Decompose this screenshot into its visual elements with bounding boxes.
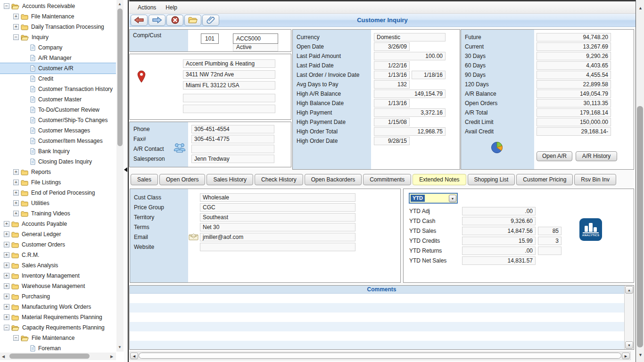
high-a-r-balance-field[interactable]: 149,154.79 bbox=[374, 90, 446, 98]
scroll-left-icon[interactable]: ◀ bbox=[2, 354, 5, 359]
ytd-returns-count-field[interactable] bbox=[538, 247, 561, 255]
scroll-down-icon[interactable]: ▼ bbox=[625, 341, 633, 349]
contacts-icon[interactable] bbox=[173, 142, 186, 153]
tree-item-training-videos[interactable]: +Training Videos bbox=[0, 208, 116, 219]
open-ar-button[interactable]: Open A/R bbox=[537, 151, 572, 161]
tree-item-inventory-management[interactable]: +Inventory Management bbox=[0, 271, 116, 281]
tree-item-warehouse-management[interactable]: +Warehouse Management bbox=[0, 281, 116, 291]
price-group-field[interactable]: CGC bbox=[200, 203, 355, 212]
high-order-date-field[interactable]: 9/28/15 bbox=[374, 137, 410, 145]
current-field[interactable]: 13,267.69 bbox=[537, 42, 611, 51]
tree-item-bank-inquiry[interactable]: Bank Inquiry bbox=[0, 146, 116, 156]
ytd-net-sales-field[interactable]: 14,831.57 bbox=[462, 256, 536, 265]
tree-item-manufacturing-work-orders[interactable]: +Manufacturing Work Orders bbox=[0, 302, 116, 312]
last-paid-date-field[interactable]: 1/22/16 bbox=[374, 61, 410, 70]
main-hscrollbar-thumb[interactable] bbox=[139, 353, 621, 359]
tree-item-capacity-requirements-planning[interactable]: −Capacity Requirements Planning bbox=[0, 322, 116, 333]
tree-item-customer-messages[interactable]: Customer Messages bbox=[0, 125, 116, 136]
ytd-sales-count-field[interactable]: 85 bbox=[538, 227, 561, 235]
tree-vertical-scrollbar[interactable]: ▲ ▼ bbox=[116, 0, 124, 352]
120-days-field[interactable]: 22,899.58 bbox=[537, 80, 611, 89]
expand-icon[interactable]: + bbox=[13, 14, 19, 19]
territory-field[interactable]: Southeast bbox=[200, 213, 355, 222]
high-payment-date-field[interactable]: 1/15/08 bbox=[374, 118, 410, 126]
fax-field[interactable]: 305-451-4775 bbox=[191, 135, 274, 143]
open-orders-field[interactable]: 30,113.35 bbox=[537, 99, 611, 107]
pie-chart-icon[interactable] bbox=[490, 141, 504, 154]
comments-row[interactable] bbox=[130, 331, 624, 341]
90-days-field[interactable]: 4,455.54 bbox=[537, 71, 611, 79]
currency-field[interactable]: Domestic bbox=[374, 33, 446, 41]
scroll-up-icon[interactable]: ▲ bbox=[118, 2, 122, 7]
address-line-field[interactable]: 3411 NW 72nd Ave bbox=[183, 70, 275, 79]
analytics-icon[interactable]: ANALYTICS bbox=[579, 218, 602, 241]
tree-item-utilities[interactable]: +Utilities bbox=[0, 198, 116, 208]
tree-item-a-r-manager[interactable]: A/R Manager bbox=[0, 53, 116, 63]
tab-extended-notes[interactable]: Extended Notes bbox=[413, 174, 466, 185]
tree-item-general-ledger[interactable]: +General Ledger bbox=[0, 229, 116, 239]
tab-check-history[interactable]: Check History bbox=[255, 174, 303, 185]
address-line-field[interactable]: Miami FL 33122 USA bbox=[183, 81, 275, 90]
window-vertical-scrollbar[interactable]: ▲ ▼ bbox=[636, 0, 644, 362]
collapse-icon[interactable]: − bbox=[13, 34, 19, 40]
customer-number-field[interactable]: ACC5000 bbox=[233, 33, 278, 44]
expand-icon[interactable]: + bbox=[4, 273, 9, 279]
scroll-up-icon[interactable]: ▲ bbox=[638, 6, 643, 10]
expand-icon[interactable]: + bbox=[4, 242, 9, 247]
tree-item-file-maintenance[interactable]: +File Maintenance bbox=[0, 11, 116, 22]
tree-item-file-listings[interactable]: +File Listings bbox=[0, 177, 116, 188]
collapse-panel-icon[interactable] bbox=[124, 167, 127, 172]
email-icon[interactable] bbox=[189, 233, 198, 240]
tree-item-customer-orders[interactable]: +Customer Orders bbox=[0, 239, 116, 250]
cust-class-field[interactable]: Wholesale bbox=[200, 193, 355, 202]
expand-icon[interactable]: + bbox=[4, 263, 9, 268]
comments-row[interactable] bbox=[130, 303, 624, 313]
expand-icon[interactable]: + bbox=[4, 304, 9, 310]
location-pin-icon[interactable] bbox=[137, 70, 146, 83]
forward-button[interactable] bbox=[149, 15, 165, 26]
future-field[interactable]: 94,748.20 bbox=[537, 33, 611, 41]
expand-icon[interactable]: + bbox=[4, 231, 9, 237]
tree-item-customer-master[interactable]: Customer Master bbox=[0, 94, 116, 105]
last-order-invoice-date-field[interactable]: 1/13/16 bbox=[374, 71, 410, 79]
tab-sales-history[interactable]: Sales History bbox=[206, 174, 253, 185]
ar-history-button[interactable]: A/R History bbox=[576, 151, 617, 161]
ytd-adj-field[interactable]: .00 bbox=[462, 207, 536, 215]
tab-shopping-list[interactable]: Shopping List bbox=[468, 174, 515, 185]
tab-open-backorders[interactable]: Open Backorders bbox=[305, 174, 362, 185]
collapse-icon[interactable]: − bbox=[4, 325, 9, 330]
salesperson-field[interactable]: Jenn Tredway bbox=[191, 155, 274, 163]
website-field[interactable] bbox=[200, 243, 355, 251]
a-r-total-field[interactable]: 179,168.14 bbox=[537, 108, 611, 117]
scroll-left-icon[interactable]: ◀ bbox=[130, 353, 138, 359]
expand-icon[interactable]: + bbox=[4, 221, 9, 227]
collapse-icon[interactable]: − bbox=[4, 3, 9, 9]
address-line-field[interactable] bbox=[183, 94, 275, 102]
dropdown-arrow-icon[interactable]: ▼ bbox=[449, 195, 456, 202]
comments-vertical-scrollbar[interactable]: ▲ ▼ bbox=[624, 286, 634, 349]
avail-credit-field[interactable]: 29,168.14- bbox=[537, 127, 611, 136]
high-payment-field[interactable]: 3,372.16 bbox=[374, 108, 446, 117]
expand-icon[interactable]: + bbox=[13, 24, 19, 30]
period-selector-dropdown[interactable]: YTD ▼ bbox=[409, 193, 458, 204]
scroll-up-icon[interactable]: ▲ bbox=[625, 286, 633, 294]
tree-item-daily-transaction-processing[interactable]: +Daily Transaction Processing bbox=[0, 22, 116, 32]
60-days-field[interactable]: 4,403.65 bbox=[537, 61, 611, 70]
expand-icon[interactable]: + bbox=[4, 283, 9, 289]
high-order-total-field[interactable]: 12,968.75 bbox=[374, 127, 446, 136]
comments-row[interactable] bbox=[130, 294, 624, 303]
avg-days-to-pay-field[interactable]: 132 bbox=[374, 80, 410, 89]
tree-item-reports[interactable]: +Reports bbox=[0, 167, 116, 177]
tree-item-accounts-payable[interactable]: +Accounts Payable bbox=[0, 219, 116, 229]
tree-item-customer-ship-to-changes[interactable]: Customer/Ship-To Changes bbox=[0, 115, 116, 125]
high-balance-date-field[interactable]: 1/13/16 bbox=[374, 99, 410, 107]
expand-icon[interactable]: + bbox=[13, 180, 19, 185]
open-folder-button[interactable] bbox=[184, 15, 201, 26]
expand-icon[interactable]: + bbox=[13, 190, 19, 196]
window-scrollbar-thumb[interactable] bbox=[637, 106, 643, 347]
back-button[interactable] bbox=[131, 15, 148, 26]
expand-icon[interactable]: + bbox=[13, 169, 19, 175]
scroll-down-icon[interactable]: ▼ bbox=[118, 345, 122, 350]
expand-icon[interactable]: + bbox=[13, 211, 19, 216]
ytd-sales-field[interactable]: 14,847.56 bbox=[462, 227, 536, 235]
